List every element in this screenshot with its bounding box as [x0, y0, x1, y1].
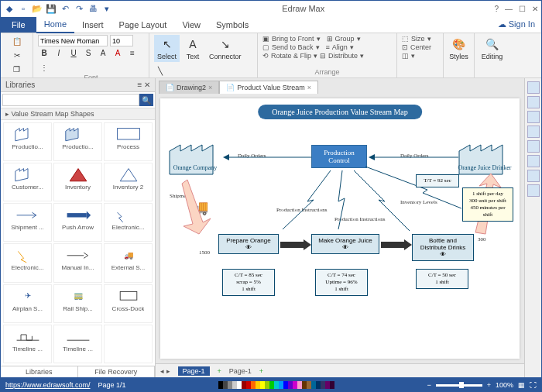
sendback-icon[interactable]: ▢: [262, 43, 269, 51]
takt-box[interactable]: T/T = 92 sec: [416, 174, 459, 187]
shape-item[interactable]: Timeline ...: [53, 325, 102, 363]
page-tab[interactable]: Page-1: [229, 367, 252, 375]
search-input[interactable]: [2, 94, 139, 106]
dropdown-icon[interactable]: ▾: [101, 3, 112, 14]
shape-item[interactable]: 🚚External S...: [104, 243, 153, 282]
doc-tab[interactable]: 📄 Product Value Stream ×: [219, 81, 318, 94]
tool-icon[interactable]: [527, 96, 540, 108]
tool-icon[interactable]: [527, 81, 540, 94]
align-icon[interactable]: ≡: [326, 43, 330, 51]
copy-icon[interactable]: ❐: [11, 63, 23, 75]
open-icon[interactable]: 📂: [32, 3, 43, 14]
new-icon[interactable]: ▫: [18, 3, 29, 14]
text-tool[interactable]: AText: [182, 35, 204, 62]
help-icon[interactable]: ?: [494, 5, 499, 13]
shape-item[interactable]: Customer...: [3, 163, 52, 201]
zoom-slider[interactable]: [436, 384, 482, 387]
tool-icon[interactable]: [527, 126, 540, 138]
tab-pagelayout[interactable]: Page Layout: [111, 17, 175, 33]
shape-item[interactable]: Inventory: [53, 163, 102, 201]
close-icon[interactable]: ✕: [532, 5, 538, 13]
close-tab-icon[interactable]: ×: [208, 84, 212, 91]
close-tab-icon[interactable]: ×: [307, 84, 311, 91]
lib-title[interactable]: Value Stream Map Shapes: [12, 110, 94, 118]
bringfront-icon[interactable]: ▣: [262, 35, 269, 43]
drawing-paper[interactable]: Orange Juice Production Value Stream Map…: [160, 98, 520, 359]
print-icon[interactable]: 🖶: [87, 3, 98, 14]
zoom-out-icon[interactable]: −: [427, 381, 431, 389]
tool-icon[interactable]: [527, 111, 540, 123]
color-palette[interactable]: [218, 381, 334, 389]
select-tool[interactable]: ↖Select: [154, 35, 180, 62]
undo-icon[interactable]: ↶: [60, 3, 70, 14]
shape-item[interactable]: Productio...: [53, 122, 102, 161]
tab-symbols[interactable]: Symbols: [208, 17, 256, 33]
shape-item[interactable]: Cross-Dock: [104, 284, 153, 323]
process-box[interactable]: Prepare Orange👁: [218, 234, 279, 254]
tool-icon[interactable]: [527, 155, 540, 167]
supplier-shape[interactable]: Orange Company: [168, 137, 222, 176]
line-icon[interactable]: ╲: [154, 64, 166, 77]
shape-item[interactable]: Electronic...: [3, 243, 52, 282]
tab-insert[interactable]: Insert: [74, 17, 111, 33]
font-select[interactable]: [38, 35, 108, 46]
rotate-icon[interactable]: ⟲: [262, 52, 269, 60]
doc-tab[interactable]: 📄 Drawing2 ×: [159, 81, 219, 94]
customer-shape[interactable]: Orange Juice Drinker: [458, 137, 512, 176]
search-button[interactable]: 🔍: [139, 94, 153, 106]
tool-icon[interactable]: [527, 184, 540, 197]
maximize-icon[interactable]: ☐: [519, 5, 526, 13]
highlight-icon[interactable]: A: [97, 46, 109, 59]
italic-icon[interactable]: I: [53, 46, 65, 59]
shape-item[interactable]: Shipment ...: [3, 203, 52, 242]
strike-icon[interactable]: S: [82, 46, 94, 59]
redo-icon[interactable]: ↷: [74, 3, 84, 14]
align-left-icon[interactable]: ≡: [126, 46, 139, 59]
shape-item[interactable]: Electronic...: [104, 203, 153, 242]
fontcolor-icon[interactable]: A: [111, 46, 124, 59]
size-icon[interactable]: ⬚: [402, 35, 409, 43]
tab-libraries[interactable]: Libraries: [1, 366, 78, 377]
data-box[interactable]: C/T = 74 sec Uptime = 96% 1 shift: [315, 269, 368, 296]
minimize-icon[interactable]: —: [505, 5, 513, 13]
fullscreen-icon[interactable]: ⛶: [530, 381, 537, 389]
shape-item[interactable]: ✈Airplan S...: [3, 284, 52, 323]
sign-in-link[interactable]: ☁ Sign In: [498, 19, 535, 29]
more-icon[interactable]: ◫: [402, 52, 409, 60]
process-box[interactable]: Bottle and Distribute Drinks👁: [412, 234, 474, 261]
paste-icon[interactable]: 📋: [11, 35, 23, 47]
tab-view[interactable]: View: [174, 17, 208, 33]
process-box[interactable]: Make Orange Juice👁: [311, 234, 379, 254]
tab-recovery[interactable]: File Recovery: [78, 366, 156, 377]
tool-icon[interactable]: [527, 170, 540, 182]
bold-icon[interactable]: B: [38, 46, 50, 59]
shape-item[interactable]: Productio...: [3, 122, 52, 161]
lib-menu-icon[interactable]: ≡ ✕: [137, 81, 150, 89]
bullets-icon[interactable]: ⋮: [38, 61, 50, 74]
data-box[interactable]: C/T = 50 sec 1 shift: [416, 269, 468, 289]
size-select[interactable]: [110, 35, 133, 46]
editing-button[interactable]: 🔍Editing: [479, 35, 505, 62]
shift-note[interactable]: 1 shift per day 300 unit per shift 450 m…: [462, 187, 513, 222]
shape-item[interactable]: [104, 325, 153, 363]
shape-item[interactable]: Process: [104, 122, 153, 161]
shape-item[interactable]: 🚃Rail Ship...: [53, 284, 102, 323]
connector-tool[interactable]: ↘Connector: [206, 35, 245, 62]
shape-item[interactable]: Timeline ...: [3, 325, 52, 363]
view-icon[interactable]: ▦: [518, 381, 525, 389]
zoom-in-icon[interactable]: +: [487, 381, 491, 389]
shape-item[interactable]: Manual In...: [53, 243, 102, 282]
underline-icon[interactable]: U: [67, 46, 80, 59]
cut-icon[interactable]: ✂: [11, 49, 23, 61]
center-icon[interactable]: ⊡: [402, 43, 408, 51]
production-control[interactable]: Production Control: [311, 145, 367, 168]
group-icon[interactable]: ⊞: [327, 35, 333, 43]
distribute-icon[interactable]: ⊟: [320, 52, 326, 60]
page-tab[interactable]: Page-1: [178, 366, 210, 376]
shape-item[interactable]: Push Arrow: [53, 203, 102, 242]
canvas[interactable]: Orange Juice Production Value Stream Map…: [156, 94, 524, 363]
file-menu[interactable]: File: [1, 17, 36, 33]
status-url[interactable]: https://www.edrawsoft.com/: [5, 381, 91, 389]
data-box[interactable]: C/T = 85 sec scrap = 5% 1 shift: [222, 269, 275, 296]
tool-icon[interactable]: [527, 140, 540, 153]
